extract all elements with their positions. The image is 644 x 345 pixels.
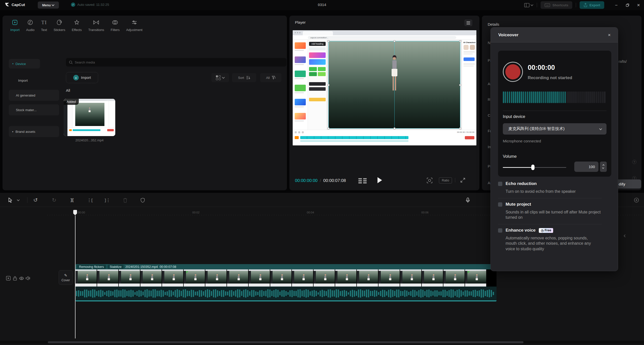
volume-stepper[interactable] [600, 162, 607, 172]
cover-button[interactable]: ✎ Cover [59, 270, 73, 285]
tab-transitions[interactable]: Transitions [85, 17, 107, 34]
cover-label: Cover [61, 278, 70, 282]
play-button[interactable] [377, 177, 382, 183]
export-button[interactable]: Export [580, 1, 604, 9]
help-icon[interactable]: ? [632, 160, 636, 164]
sidebar-item-stock-materials[interactable]: Stock mater... [9, 104, 59, 115]
collapse-chevron-icon[interactable] [624, 233, 626, 238]
main-track-icon[interactable] [6, 275, 11, 281]
volume-slider[interactable] [503, 167, 566, 168]
lock-track-button[interactable] [12, 275, 18, 281]
clip-frame-thumbnail [292, 269, 314, 287]
input-device-select[interactable]: 麦克风阵列 (英特尔® 智音技术) [503, 123, 607, 135]
export-label: Export [589, 3, 600, 7]
clip-effect-badge[interactable]: Stabilize [108, 265, 124, 269]
option-description: Sounds in all clips will be turned off a… [506, 209, 602, 220]
input-device-label: Input device [503, 114, 525, 119]
undo-button[interactable]: ↺ [32, 197, 39, 203]
tab-text[interactable]: TI Text [38, 17, 50, 34]
delete-left-button[interactable]: ⋮[ [87, 197, 93, 203]
tab-import[interactable]: Import [7, 17, 23, 34]
recording-card: 00:00:00 Recording not started Input dev… [498, 51, 611, 177]
import-media-button[interactable]: + Import [66, 72, 98, 83]
playhead-handle[interactable] [73, 210, 77, 215]
titlebar: CapCut Menu ✓ Auto saved: 11:32:25 0314 … [0, 0, 644, 10]
volume-input[interactable] [574, 162, 598, 172]
option-mute-project: Mute project Sounds in all clips will be… [498, 198, 602, 224]
delete-right-button[interactable]: ]⋮ [104, 197, 111, 203]
tab-audio[interactable]: Audio [23, 17, 38, 34]
layout-toggle-button[interactable] [524, 3, 533, 7]
play-icon [377, 177, 382, 183]
preview-quality-button[interactable] [427, 177, 433, 183]
sort-button[interactable]: Sort [232, 73, 256, 82]
search-icon [69, 60, 73, 64]
restore-button[interactable] [622, 0, 633, 10]
sidebar-label: Import [18, 79, 28, 82]
tab-filters[interactable]: Filters [107, 17, 123, 34]
text-icon: TI [41, 19, 47, 26]
fullscreen-button[interactable] [460, 177, 466, 183]
redo-button[interactable]: ↻ [51, 197, 57, 203]
preview-timecode: 00:00:30 / 01:00:30 [457, 131, 474, 133]
volume-input-box [574, 162, 598, 172]
filter-button[interactable]: All [260, 73, 281, 82]
clip-effect-badge[interactable]: Removing flickers [77, 265, 106, 269]
view-toggle-button[interactable] [211, 73, 229, 82]
chevron-up-icon [602, 164, 604, 166]
clip-frame-thumbnail [140, 269, 162, 287]
tab-effects[interactable]: Effects [68, 17, 85, 34]
enhance-voice-checkbox[interactable] [498, 228, 502, 233]
tab-label: Effects [72, 28, 82, 32]
record-button[interactable] [503, 62, 523, 82]
option-enhance-voice: Enhance voice ◷ Free Automatically remov… [498, 224, 602, 255]
tab-stickers[interactable]: Stickers [50, 17, 68, 34]
split-button[interactable]: ][ [69, 197, 75, 203]
timeline-scrollbar[interactable] [0, 341, 644, 344]
free-badge: ◷ Free [539, 228, 553, 233]
close-button[interactable]: × [633, 0, 644, 10]
delete-button[interactable] [122, 197, 128, 203]
divider [537, 3, 537, 7]
hide-track-button[interactable] [19, 275, 24, 281]
voiceover-title: Voiceover [498, 33, 518, 38]
playhead-line [75, 215, 75, 338]
search-input[interactable] [75, 60, 283, 64]
focus-icon [427, 177, 433, 183]
sidebar-item-device[interactable]: ▾ Device [9, 59, 40, 69]
echo-reduction-checkbox[interactable] [498, 182, 502, 186]
volume-slider-thumb[interactable] [531, 165, 535, 170]
preview-add-heading-button: Add heading [309, 42, 326, 46]
mute-project-checkbox[interactable] [498, 202, 502, 207]
player-panel: Player capcut.com/editor/... Add heading [289, 16, 479, 190]
mask-button[interactable] [139, 197, 146, 203]
video-clip[interactable]: Removing flickers Stabilize 20240201-150… [75, 264, 497, 301]
media-item[interactable]: Added 00:08 [64, 99, 115, 136]
scrollbar-thumb[interactable] [48, 341, 523, 343]
sidebar-item-brand-assets[interactable]: ▸ Brand assets [9, 126, 59, 137]
media-section-label: All [66, 88, 70, 92]
zoom-fit-button[interactable] [633, 197, 640, 203]
shortcuts-button[interactable]: Shortcuts [541, 1, 572, 9]
total-time: 00:00:07:08 [323, 178, 346, 183]
select-tool-button[interactable] [7, 197, 14, 203]
minimize-button[interactable]: – [611, 0, 622, 10]
clip-frame-thumbnail [75, 269, 97, 287]
tab-label: Adjustment [126, 28, 142, 32]
audio-icon [27, 19, 33, 26]
sidebar-item-import[interactable]: Import [15, 76, 31, 85]
tab-adjustment[interactable]: Adjustment [123, 17, 146, 34]
sidebar-item-ai-generated[interactable]: AI generated [9, 90, 59, 101]
player-menu-button[interactable] [464, 19, 472, 26]
clip-frame-thumbnail [357, 269, 378, 287]
close-icon[interactable]: × [606, 32, 613, 39]
clip-frame-thumbnail [184, 269, 205, 287]
tool-chevron[interactable] [17, 197, 21, 203]
record-voiceover-button[interactable] [465, 197, 471, 203]
ratio-button[interactable]: Ratio [439, 177, 452, 183]
microphone-icon [466, 198, 470, 203]
chevron-down-icon [602, 167, 604, 169]
frame-view-button[interactable] [358, 178, 367, 184]
mute-track-button[interactable] [25, 275, 31, 281]
media-panel: Import Audio TI Text Stickers Effects Tr… [3, 16, 287, 190]
